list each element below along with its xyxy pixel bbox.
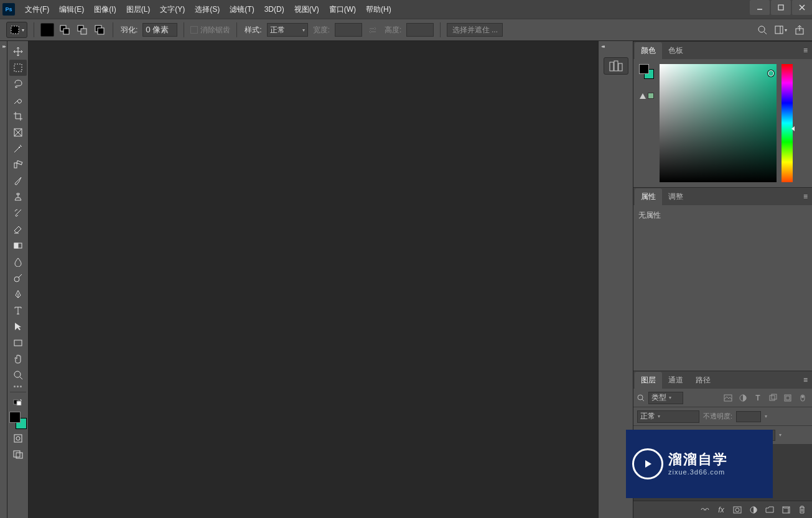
- tab-paths[interactable]: 路径: [689, 372, 717, 389]
- crop-tool[interactable]: [9, 108, 27, 124]
- collapsed-panel-icon[interactable]: [604, 57, 628, 75]
- color-field[interactable]: [660, 64, 777, 182]
- new-selection-icon[interactable]: [40, 23, 54, 37]
- rectangle-shape-tool[interactable]: [9, 335, 27, 351]
- edit-toolbar-icon[interactable]: [14, 383, 22, 390]
- svg-rect-4: [11, 26, 19, 34]
- tab-color[interactable]: 颜色: [635, 42, 662, 59]
- add-selection-icon[interactable]: [58, 23, 72, 37]
- layer-filter-type-select[interactable]: 类型▾: [648, 392, 683, 404]
- filter-smart-icon[interactable]: [782, 392, 793, 404]
- menu-3d[interactable]: 3D(D): [259, 0, 289, 19]
- menu-type[interactable]: 文字(Y): [155, 0, 190, 19]
- history-brush-tool[interactable]: [9, 205, 27, 221]
- hue-slider[interactable]: [782, 64, 793, 182]
- blend-mode-select[interactable]: 正常▾: [637, 410, 699, 423]
- move-tool[interactable]: [9, 44, 27, 60]
- svg-point-52: [735, 508, 739, 512]
- filter-type-icon[interactable]: T: [752, 392, 763, 404]
- layers-footer: fx: [633, 501, 812, 518]
- opacity-input[interactable]: [736, 411, 761, 422]
- screen-mode-icon[interactable]: [9, 446, 27, 463]
- quick-selection-tool[interactable]: [9, 92, 27, 108]
- default-colors-icon[interactable]: [9, 394, 27, 410]
- layer-filter-row: 类型▾ T: [633, 389, 812, 407]
- lasso-tool[interactable]: [9, 76, 27, 92]
- maximize-button[interactable]: [771, 0, 791, 15]
- zoom-tool[interactable]: [9, 367, 27, 383]
- eyedropper-tool[interactable]: [9, 141, 27, 157]
- blur-tool[interactable]: [9, 254, 27, 270]
- dodge-tool[interactable]: [9, 270, 27, 286]
- svg-rect-33: [16, 453, 22, 458]
- group-icon[interactable]: [765, 505, 775, 515]
- toolbox-collapse-strip[interactable]: ▸▸: [0, 41, 7, 518]
- gamut-warning-icon[interactable]: [640, 93, 654, 99]
- menu-edit[interactable]: 编辑(E): [54, 0, 89, 19]
- minimize-button[interactable]: [750, 0, 770, 15]
- layers-list[interactable]: 溜溜自学 zixue.3d66.com: [633, 445, 812, 501]
- menu-file[interactable]: 文件(F): [20, 0, 54, 19]
- panel-menu-icon[interactable]: ≡: [803, 376, 808, 384]
- opacity-label: 不透明度:: [703, 412, 732, 421]
- subtract-selection-icon[interactable]: [75, 23, 89, 37]
- link-layers-icon[interactable]: [700, 505, 710, 515]
- style-select[interactable]: 正常▾: [267, 23, 308, 37]
- type-tool[interactable]: [9, 302, 27, 318]
- new-layer-icon[interactable]: [781, 505, 791, 515]
- menu-view[interactable]: 视图(V): [289, 0, 324, 19]
- tab-adjustments[interactable]: 调整: [662, 188, 689, 205]
- rectangular-marquee-tool[interactable]: [9, 60, 27, 76]
- filter-shape-icon[interactable]: [767, 392, 778, 404]
- select-and-mask-button[interactable]: 选择并遮住 ...: [447, 23, 503, 37]
- svg-rect-30: [14, 435, 22, 442]
- tab-swatches[interactable]: 色板: [662, 42, 689, 59]
- menu-select[interactable]: 选择(S): [190, 0, 225, 19]
- brush-tool[interactable]: [9, 173, 27, 189]
- tab-channels[interactable]: 通道: [662, 372, 689, 389]
- frame-tool[interactable]: [9, 124, 27, 141]
- options-bar: ▾ 羽化: 消除锯齿 样式: 正常▾ 宽度: 高度: 选择并遮住 ... ▾: [0, 19, 812, 41]
- share-icon[interactable]: [793, 24, 806, 36]
- eraser-tool[interactable]: [9, 221, 27, 238]
- pen-tool[interactable]: [9, 286, 27, 302]
- tab-properties[interactable]: 属性: [635, 188, 662, 205]
- blend-opacity-row: 正常▾ 不透明度: ▾: [633, 407, 812, 426]
- panel-menu-icon[interactable]: ≡: [803, 46, 808, 55]
- tab-layers[interactable]: 图层: [635, 372, 662, 389]
- hand-tool[interactable]: [9, 351, 27, 367]
- menu-filter[interactable]: 滤镜(T): [225, 0, 259, 19]
- canvas[interactable]: [29, 41, 599, 518]
- search-icon: [637, 394, 645, 402]
- menu-help[interactable]: 帮助(H): [361, 0, 396, 19]
- filter-toggle-icon[interactable]: [797, 392, 808, 404]
- menu-image[interactable]: 图像(I): [89, 0, 121, 19]
- path-selection-tool[interactable]: [9, 318, 27, 335]
- close-button[interactable]: [792, 0, 812, 15]
- window-controls: [749, 0, 812, 15]
- gradient-tool[interactable]: [9, 238, 27, 254]
- menu-window[interactable]: 窗口(W): [324, 0, 361, 19]
- foreground-background-swatches[interactable]: [9, 412, 27, 430]
- quick-mask-mode-icon[interactable]: [9, 430, 27, 446]
- clone-stamp-tool[interactable]: [9, 189, 27, 205]
- foreground-color-swatch[interactable]: [9, 412, 21, 423]
- color-panel-swatches[interactable]: [639, 64, 654, 80]
- filter-pixel-icon[interactable]: [722, 392, 734, 404]
- layer-mask-icon[interactable]: [732, 505, 742, 515]
- delete-layer-icon[interactable]: [797, 505, 807, 515]
- feather-input[interactable]: [142, 23, 177, 37]
- menu-bar: Ps 文件(F) 编辑(E) 图像(I) 图层(L) 文字(Y) 选择(S) 滤…: [0, 0, 812, 19]
- menu-layer[interactable]: 图层(L): [121, 0, 156, 19]
- layer-style-icon[interactable]: fx: [716, 505, 726, 515]
- tool-preset-picker[interactable]: ▾: [6, 22, 27, 38]
- svg-rect-8: [81, 29, 86, 34]
- svg-rect-21: [16, 160, 22, 164]
- filter-adjustment-icon[interactable]: [737, 392, 749, 404]
- search-icon[interactable]: [756, 24, 768, 36]
- spot-healing-brush-tool[interactable]: [9, 157, 27, 173]
- workspace-switcher-icon[interactable]: ▾: [775, 24, 787, 36]
- intersect-selection-icon[interactable]: [93, 23, 106, 37]
- adjustment-layer-icon[interactable]: [749, 505, 758, 515]
- panel-menu-icon[interactable]: ≡: [803, 192, 808, 201]
